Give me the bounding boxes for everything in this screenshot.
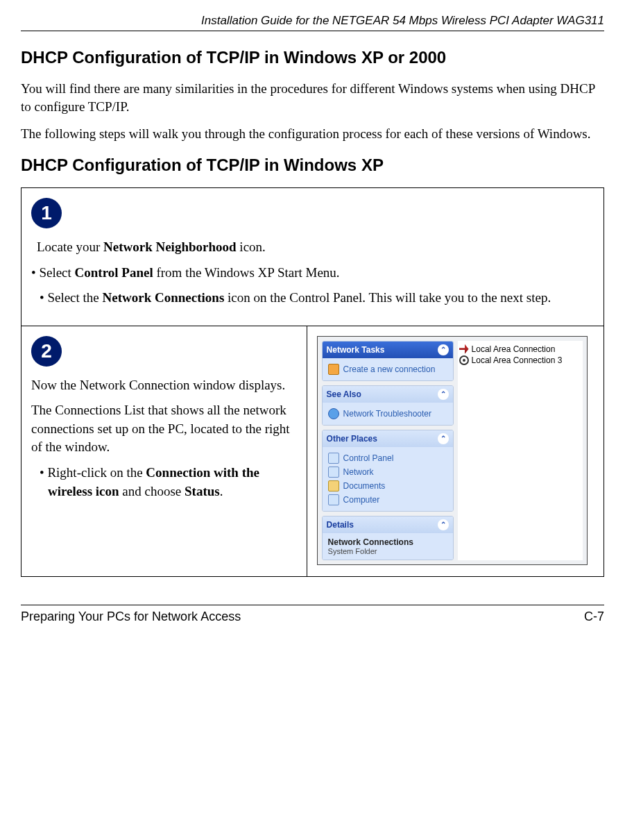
intro-paragraph-2: The following steps will walk you throug… [21, 125, 604, 143]
xp-network-tasks-header[interactable]: Network Tasks ⌃ [323, 342, 453, 358]
xp-details-header[interactable]: Details ⌃ [323, 516, 453, 533]
footer-section-name: Preparing Your PCs for Network Access [21, 610, 241, 624]
doc-header: Installation Guide for the NETGEAR 54 Mb… [21, 14, 604, 31]
xp-network-troubleshooter-link[interactable]: Network Troubleshooter [328, 407, 447, 421]
info-icon [328, 408, 339, 419]
xp-computer-link[interactable]: Computer [328, 493, 447, 507]
wired-connection-icon [459, 344, 469, 354]
xp-network-connections-screenshot: Network Tasks ⌃ Create a new connection [317, 336, 588, 565]
xp-control-panel-link[interactable]: Control Panel [328, 451, 447, 465]
intro-paragraph-1: You will find there are many similaritie… [21, 80, 604, 115]
xp-network-tasks-box: Network Tasks ⌃ Create a new connection [322, 341, 454, 381]
page-footer: Preparing Your PCs for Network Access C-… [21, 605, 604, 624]
steps-table: 1 Locate your Network Neighborhood icon.… [21, 187, 604, 577]
xp-connection-wireless[interactable]: Local Area Connection 3 [459, 355, 581, 366]
step-2-image-cell: Network Tasks ⌃ Create a new connection [307, 326, 603, 576]
step-badge-2: 2 [31, 336, 62, 367]
chevron-up-icon: ⌃ [438, 433, 449, 444]
footer-page-number: C-7 [584, 610, 604, 624]
xp-see-also-header[interactable]: See Also ⌃ [323, 386, 453, 403]
network-icon [328, 467, 339, 478]
xp-details-box: Details ⌃ Network Connections System Fol… [322, 516, 454, 560]
wireless-connection-icon [459, 355, 469, 365]
xp-documents-link[interactable]: Documents [328, 479, 447, 493]
xp-connection-wired[interactable]: Local Area Connection [459, 344, 581, 355]
xp-other-places-box: Other Places ⌃ Control Panel [322, 430, 454, 512]
xp-network-link[interactable]: Network [328, 465, 447, 479]
xp-create-new-connection-link[interactable]: Create a new connection [328, 362, 447, 376]
chevron-up-icon: ⌃ [438, 389, 449, 400]
section-heading-xp: DHCP Configuration of TCP/IP in Windows … [21, 156, 604, 175]
computer-icon [328, 494, 339, 505]
xp-details-subtitle: System Folder [328, 547, 447, 555]
chevron-up-icon: ⌃ [438, 344, 449, 355]
new-connection-icon [328, 364, 339, 375]
xp-other-places-header[interactable]: Other Places ⌃ [323, 430, 453, 447]
chevron-up-icon: ⌃ [438, 519, 449, 530]
xp-see-also-box: See Also ⌃ Network Troubleshooter [322, 385, 454, 426]
step-1-text: Locate your Network Neighborhood icon. •… [31, 238, 594, 308]
step-2-text: Now the Network Connection window displa… [31, 376, 297, 501]
control-panel-icon [328, 453, 339, 464]
step-1-cell: 1 Locate your Network Neighborhood icon.… [22, 187, 604, 326]
step-number-1: 1 [41, 202, 52, 224]
xp-sidebar: Network Tasks ⌃ Create a new connection [322, 341, 454, 560]
section-heading-main: DHCP Configuration of TCP/IP in Windows … [21, 48, 604, 67]
step-number-2: 2 [41, 340, 52, 362]
step-2-text-cell: 2 Now the Network Connection window disp… [22, 326, 307, 576]
doc-title: Installation Guide for the NETGEAR 54 Mb… [201, 14, 604, 27]
xp-details-title: Network Connections [328, 537, 447, 547]
step-badge-1: 1 [31, 198, 62, 228]
folder-icon [328, 480, 339, 492]
xp-connections-list: Local Area Connection Local Area Connect… [458, 341, 583, 560]
